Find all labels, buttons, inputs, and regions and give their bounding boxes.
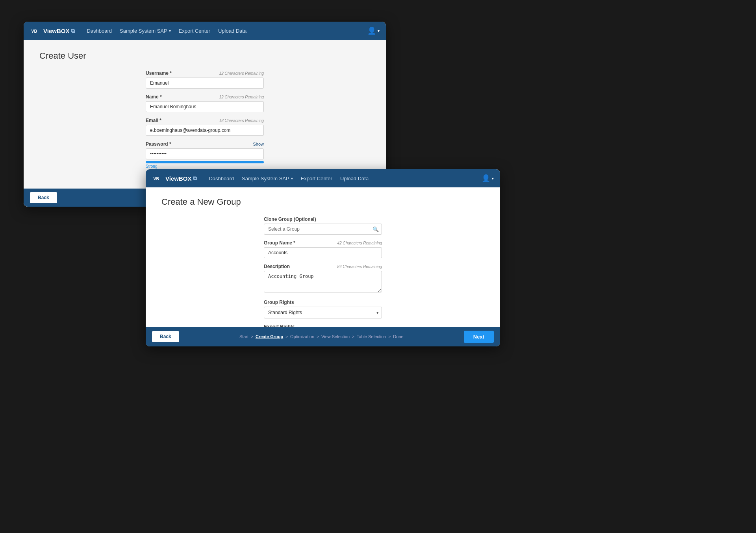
nav-dashboard-back[interactable]: Dashboard: [87, 28, 112, 34]
group-rights-select[interactable]: Standard Rights: [264, 307, 382, 318]
navbar-back: VB ViewBOX ⧉ Dashboard Sample System SAP…: [24, 22, 386, 40]
user-icon-front: 👤: [482, 174, 490, 183]
user-menu-back[interactable]: 👤 ▾: [367, 26, 380, 35]
navbar-front: VB ViewBOX ⧉ Dashboard Sample System SAP…: [146, 169, 500, 187]
email-input[interactable]: [146, 125, 264, 136]
breadcrumb: Start > Create Group > Optimization > Vi…: [179, 334, 464, 339]
back-button-back[interactable]: Back: [30, 192, 57, 203]
name-input[interactable]: [146, 101, 264, 112]
password-input[interactable]: [146, 148, 264, 159]
breadcrumb-sep-1: >: [251, 335, 253, 339]
brand-text-back: ViewBOX: [43, 28, 69, 34]
password-label: Password *: [146, 141, 171, 147]
back-button-front[interactable]: Back: [152, 331, 179, 342]
page-title-back: Create User: [39, 51, 370, 61]
user-menu-front[interactable]: 👤 ▾: [482, 174, 494, 183]
clone-group-label: Clone Group (Optional): [264, 217, 316, 222]
breadcrumb-table-selection: Table Selection: [357, 334, 386, 339]
name-label: Name *: [146, 94, 162, 100]
export-rights-label: Export Rights: [264, 324, 295, 327]
breadcrumb-optimization: Optimization: [290, 334, 314, 339]
clone-group-input[interactable]: [264, 224, 382, 235]
nav-upload-back[interactable]: Upload Data: [218, 28, 246, 34]
clone-group-group: Clone Group (Optional) 🔍: [264, 217, 382, 235]
password-strength-bar: [146, 161, 264, 163]
name-hint: 12 Characters Remaining: [219, 95, 264, 99]
nav-export-front[interactable]: Export Center: [301, 176, 332, 181]
group-rights-group: Group Rights Standard Rights ▾: [264, 300, 382, 318]
name-group: Name * 12 Characters Remaining: [146, 94, 264, 112]
create-group-window: VB ViewBOX ⧉ Dashboard Sample System SAP…: [146, 169, 500, 346]
nav-export-back[interactable]: Export Center: [179, 28, 210, 34]
email-label: Email *: [146, 118, 161, 123]
brand-front: VB ViewBOX ⧉: [152, 173, 197, 184]
username-label: Username *: [146, 70, 172, 76]
breadcrumb-sep-4: >: [352, 335, 354, 339]
group-rights-select-wrapper: Standard Rights ▾: [264, 307, 382, 318]
user-icon-back: 👤: [367, 26, 376, 35]
group-name-hint: 42 Characters Remaining: [337, 241, 382, 245]
svg-text:VB: VB: [32, 29, 37, 33]
nav-upload-front[interactable]: Upload Data: [340, 176, 369, 181]
breadcrumb-view-selection: View Selection: [321, 334, 350, 339]
email-group: Email * 18 Characters Remaining: [146, 118, 264, 136]
chevron-down-icon-user-back: ▾: [378, 29, 380, 33]
breadcrumb-sep-2: >: [285, 335, 288, 339]
next-button[interactable]: Next: [464, 331, 494, 343]
group-name-label: Group Name *: [264, 240, 295, 246]
password-group: Password * Show Strong: [146, 141, 264, 168]
password-strength-label: Strong: [146, 164, 264, 168]
chevron-down-icon-user-front: ▾: [492, 176, 494, 181]
group-name-input[interactable]: [264, 247, 382, 258]
clone-group-search-wrapper: 🔍: [264, 224, 382, 235]
email-hint: 18 Characters Remaining: [219, 118, 264, 123]
group-rights-label: Group Rights: [264, 300, 294, 305]
brand-text-front: ViewBOX: [165, 175, 191, 182]
page-title-front: Create a New Group: [161, 197, 484, 207]
breadcrumb-done: Done: [393, 334, 403, 339]
breadcrumb-start: Start: [239, 334, 248, 339]
description-group: Description 84 Characters Remaining Acco…: [264, 264, 382, 294]
username-hint: 12 Characters Remaining: [219, 71, 264, 76]
chevron-down-icon-front: ▾: [291, 176, 293, 181]
create-user-form: Username * 12 Characters Remaining Name …: [146, 70, 264, 180]
breadcrumb-create-group: Create Group: [256, 334, 283, 339]
description-textarea[interactable]: Accounting Group: [264, 271, 382, 292]
footer-front: Back Start > Create Group > Optimization…: [146, 327, 500, 346]
create-group-form: Clone Group (Optional) 🔍 Group Name * 42…: [264, 217, 382, 327]
nav-sample-front[interactable]: Sample System SAP ▾: [242, 176, 293, 181]
breadcrumb-sep-5: >: [388, 335, 391, 339]
breadcrumb-sep-3: >: [317, 335, 319, 339]
svg-text:VB: VB: [154, 176, 159, 181]
page-content-front: Create a New Group Clone Group (Optional…: [146, 187, 500, 327]
username-group: Username * 12 Characters Remaining: [146, 70, 264, 89]
description-hint: 84 Characters Remaining: [337, 265, 382, 269]
group-name-group: Group Name * 42 Characters Remaining: [264, 240, 382, 258]
chevron-down-icon: ▾: [169, 29, 171, 33]
username-input[interactable]: [146, 78, 264, 89]
description-label: Description: [264, 264, 290, 269]
nav-dashboard-front[interactable]: Dashboard: [209, 176, 234, 181]
nav-sample-back[interactable]: Sample System SAP ▾: [120, 28, 171, 34]
export-rights-group: Export Rights Enabled ▾: [264, 324, 382, 327]
show-password-link[interactable]: Show: [253, 142, 264, 146]
brand-back: VB ViewBOX ⧉: [30, 25, 75, 36]
